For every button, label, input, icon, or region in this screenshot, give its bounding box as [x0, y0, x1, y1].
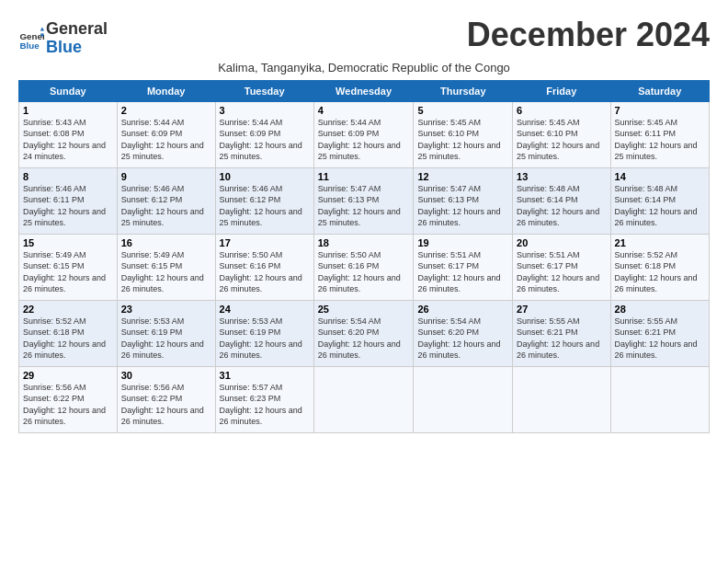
day-number: 3	[220, 105, 310, 116]
table-cell: 1 Sunrise: 5:43 AMSunset: 6:08 PMDayligh…	[19, 101, 118, 167]
svg-marker-2	[40, 27, 44, 30]
table-cell: 4 Sunrise: 5:44 AMSunset: 6:09 PMDayligh…	[313, 101, 414, 167]
day-number: 20	[517, 237, 606, 248]
table-cell: 21 Sunrise: 5:52 AMSunset: 6:18 PMDaylig…	[610, 234, 709, 300]
table-row: 29 Sunrise: 5:56 AMSunset: 6:22 PMDaylig…	[19, 366, 710, 432]
table-cell: 7 Sunrise: 5:45 AMSunset: 6:11 PMDayligh…	[610, 101, 709, 167]
table-row: 8 Sunrise: 5:46 AMSunset: 6:11 PMDayligh…	[19, 167, 710, 234]
col-sunday: Sunday	[19, 80, 118, 101]
day-info: Sunrise: 5:44 AMSunset: 6:09 PMDaylight:…	[220, 118, 302, 162]
day-number: 1	[23, 105, 113, 116]
table-row: 1 Sunrise: 5:43 AMSunset: 6:08 PMDayligh…	[19, 101, 710, 167]
day-number: 10	[220, 171, 310, 182]
table-row: 22 Sunrise: 5:52 AMSunset: 6:18 PMDaylig…	[19, 300, 710, 366]
day-info: Sunrise: 5:45 AMSunset: 6:10 PMDaylight:…	[417, 118, 500, 162]
day-info: Sunrise: 5:46 AMSunset: 6:11 PMDaylight:…	[23, 184, 106, 228]
table-cell: 10 Sunrise: 5:46 AMSunset: 6:12 PMDaylig…	[215, 167, 313, 234]
col-tuesday: Tuesday	[215, 80, 313, 101]
day-info: Sunrise: 5:55 AMSunset: 6:21 PMDaylight:…	[615, 316, 698, 361]
month-title: December 2024	[467, 17, 710, 53]
table-cell: 9 Sunrise: 5:46 AMSunset: 6:12 PMDayligh…	[117, 167, 215, 234]
col-wednesday: Wednesday	[313, 80, 414, 101]
header-row: Sunday Monday Tuesday Wednesday Thursday…	[19, 80, 710, 101]
day-number: 28	[615, 304, 705, 315]
calendar-header: Sunday Monday Tuesday Wednesday Thursday…	[19, 80, 710, 101]
day-info: Sunrise: 5:53 AMSunset: 6:19 PMDaylight:…	[220, 316, 302, 361]
day-number: 11	[318, 171, 410, 182]
table-cell: 16 Sunrise: 5:49 AMSunset: 6:15 PMDaylig…	[117, 234, 215, 300]
table-cell: 31 Sunrise: 5:57 AMSunset: 6:23 PMDaylig…	[215, 366, 313, 432]
col-thursday: Thursday	[414, 80, 513, 101]
day-info: Sunrise: 5:50 AMSunset: 6:16 PMDaylight:…	[318, 250, 401, 294]
table-cell: 29 Sunrise: 5:56 AMSunset: 6:22 PMDaylig…	[19, 366, 118, 432]
day-number: 18	[318, 237, 410, 248]
day-info: Sunrise: 5:55 AMSunset: 6:21 PMDaylight:…	[517, 316, 599, 361]
table-cell: 8 Sunrise: 5:46 AMSunset: 6:11 PMDayligh…	[19, 167, 118, 234]
table-cell: 24 Sunrise: 5:53 AMSunset: 6:19 PMDaylig…	[215, 300, 313, 366]
logo-blue-text: Blue	[46, 38, 82, 56]
table-cell	[414, 366, 513, 432]
day-number: 27	[517, 304, 606, 315]
day-info: Sunrise: 5:51 AMSunset: 6:17 PMDaylight:…	[517, 250, 599, 294]
day-info: Sunrise: 5:44 AMSunset: 6:09 PMDaylight:…	[121, 118, 204, 162]
table-cell: 18 Sunrise: 5:50 AMSunset: 6:16 PMDaylig…	[313, 234, 414, 300]
day-number: 23	[121, 304, 211, 315]
table-cell: 15 Sunrise: 5:49 AMSunset: 6:15 PMDaylig…	[19, 234, 118, 300]
page: General Blue GeneralBlue December 2024 K…	[0, 0, 728, 442]
day-number: 16	[121, 237, 211, 248]
day-info: Sunrise: 5:52 AMSunset: 6:18 PMDaylight:…	[615, 250, 698, 294]
table-cell: 6 Sunrise: 5:45 AMSunset: 6:10 PMDayligh…	[513, 101, 610, 167]
calendar-table: Sunday Monday Tuesday Wednesday Thursday…	[18, 80, 710, 433]
table-cell: 28 Sunrise: 5:55 AMSunset: 6:21 PMDaylig…	[610, 300, 709, 366]
table-cell: 26 Sunrise: 5:54 AMSunset: 6:20 PMDaylig…	[414, 300, 513, 366]
logo-text: GeneralBlue	[46, 20, 108, 57]
table-cell: 20 Sunrise: 5:51 AMSunset: 6:17 PMDaylig…	[513, 234, 610, 300]
col-friday: Friday	[513, 80, 610, 101]
day-number: 22	[23, 304, 113, 315]
day-number: 21	[615, 237, 705, 248]
day-info: Sunrise: 5:50 AMSunset: 6:16 PMDaylight:…	[220, 250, 302, 294]
day-info: Sunrise: 5:56 AMSunset: 6:22 PMDaylight:…	[121, 383, 204, 427]
table-cell	[513, 366, 610, 432]
day-info: Sunrise: 5:54 AMSunset: 6:20 PMDaylight:…	[417, 316, 500, 361]
day-number: 15	[23, 237, 113, 248]
table-cell: 30 Sunrise: 5:56 AMSunset: 6:22 PMDaylig…	[117, 366, 215, 432]
day-number: 24	[220, 304, 310, 315]
table-cell: 19 Sunrise: 5:51 AMSunset: 6:17 PMDaylig…	[414, 234, 513, 300]
col-monday: Monday	[117, 80, 215, 101]
logo-icon: General Blue	[18, 26, 44, 52]
day-number: 9	[121, 171, 211, 182]
table-row: 15 Sunrise: 5:49 AMSunset: 6:15 PMDaylig…	[19, 234, 710, 300]
day-number: 4	[318, 105, 410, 116]
day-info: Sunrise: 5:47 AMSunset: 6:13 PMDaylight:…	[318, 184, 401, 228]
day-info: Sunrise: 5:46 AMSunset: 6:12 PMDaylight:…	[121, 184, 204, 228]
day-number: 25	[318, 304, 410, 315]
day-info: Sunrise: 5:52 AMSunset: 6:18 PMDaylight:…	[23, 316, 106, 361]
table-cell: 3 Sunrise: 5:44 AMSunset: 6:09 PMDayligh…	[215, 101, 313, 167]
day-number: 31	[220, 370, 310, 381]
table-cell: 17 Sunrise: 5:50 AMSunset: 6:16 PMDaylig…	[215, 234, 313, 300]
day-info: Sunrise: 5:57 AMSunset: 6:23 PMDaylight:…	[220, 383, 302, 427]
day-number: 30	[121, 370, 211, 381]
day-number: 8	[23, 171, 113, 182]
table-cell: 25 Sunrise: 5:54 AMSunset: 6:20 PMDaylig…	[313, 300, 414, 366]
day-number: 12	[417, 171, 508, 182]
table-cell	[610, 366, 709, 432]
day-info: Sunrise: 5:54 AMSunset: 6:20 PMDaylight:…	[318, 316, 401, 361]
svg-text:Blue: Blue	[19, 40, 40, 51]
day-info: Sunrise: 5:49 AMSunset: 6:15 PMDaylight:…	[121, 250, 204, 294]
day-info: Sunrise: 5:56 AMSunset: 6:22 PMDaylight:…	[23, 383, 106, 427]
table-cell: 11 Sunrise: 5:47 AMSunset: 6:13 PMDaylig…	[313, 167, 414, 234]
day-number: 29	[23, 370, 113, 381]
title-block: December 2024	[467, 17, 710, 53]
day-info: Sunrise: 5:51 AMSunset: 6:17 PMDaylight:…	[417, 250, 500, 294]
day-number: 17	[220, 237, 310, 248]
table-cell: 13 Sunrise: 5:48 AMSunset: 6:14 PMDaylig…	[513, 167, 610, 234]
day-number: 2	[121, 105, 211, 116]
day-number: 7	[615, 105, 705, 116]
table-cell: 22 Sunrise: 5:52 AMSunset: 6:18 PMDaylig…	[19, 300, 118, 366]
day-info: Sunrise: 5:45 AMSunset: 6:10 PMDaylight:…	[517, 118, 599, 162]
day-number: 14	[615, 171, 705, 182]
table-cell: 2 Sunrise: 5:44 AMSunset: 6:09 PMDayligh…	[117, 101, 215, 167]
table-cell: 12 Sunrise: 5:47 AMSunset: 6:13 PMDaylig…	[414, 167, 513, 234]
